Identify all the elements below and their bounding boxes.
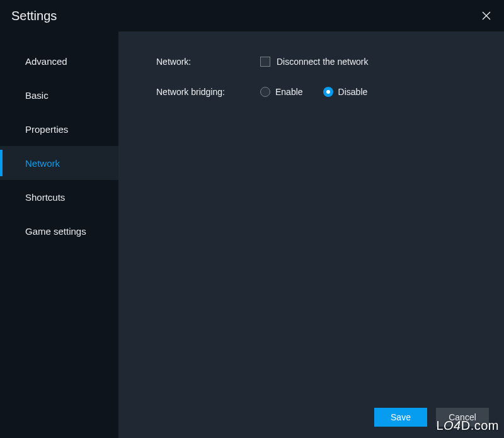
sidebar-item-network[interactable]: Network bbox=[0, 146, 118, 180]
row-network: Network: Disconnect the network bbox=[156, 57, 479, 67]
sidebar-item-label: Basic bbox=[25, 90, 49, 101]
sidebar-item-label: Advanced bbox=[25, 56, 67, 67]
sidebar: Advanced Basic Properties Network Shortc… bbox=[0, 31, 118, 438]
settings-window: Settings Advanced Basic Properties Netwo… bbox=[0, 0, 504, 438]
radio-disable[interactable] bbox=[323, 87, 333, 97]
sidebar-item-game-settings[interactable]: Game settings bbox=[0, 214, 118, 248]
sidebar-item-label: Shortcuts bbox=[25, 192, 65, 203]
sidebar-item-properties[interactable]: Properties bbox=[0, 112, 118, 146]
sidebar-item-basic[interactable]: Basic bbox=[0, 78, 118, 112]
checkbox-disconnect-network[interactable] bbox=[260, 57, 270, 67]
sidebar-item-label: Game settings bbox=[25, 226, 86, 237]
sidebar-item-shortcuts[interactable]: Shortcuts bbox=[0, 180, 118, 214]
sidebar-item-label: Properties bbox=[25, 124, 68, 135]
sidebar-item-label: Network bbox=[25, 158, 60, 169]
label-network: Network: bbox=[156, 57, 260, 67]
titlebar: Settings bbox=[0, 0, 504, 31]
cancel-button[interactable]: Cancel bbox=[436, 408, 489, 427]
radio-label-enable: Enable bbox=[275, 87, 303, 97]
window-title: Settings bbox=[11, 9, 57, 23]
radio-option-disable[interactable]: Disable bbox=[323, 87, 368, 97]
close-icon[interactable] bbox=[480, 9, 493, 22]
label-network-bridging: Network bridging: bbox=[156, 87, 260, 97]
radio-enable[interactable] bbox=[260, 87, 270, 97]
sidebar-item-advanced[interactable]: Advanced bbox=[0, 44, 118, 78]
radio-label-disable: Disable bbox=[338, 87, 368, 97]
save-button[interactable]: Save bbox=[374, 408, 427, 427]
radio-option-enable[interactable]: Enable bbox=[260, 87, 303, 97]
body: Advanced Basic Properties Network Shortc… bbox=[0, 31, 504, 438]
label-disconnect-network: Disconnect the network bbox=[277, 57, 369, 67]
row-network-bridging: Network bridging: Enable Disable bbox=[156, 87, 479, 97]
button-bar: Save Cancel bbox=[374, 408, 489, 427]
content-panel: Network: Disconnect the network Network … bbox=[118, 31, 504, 438]
radio-group-bridging: Enable Disable bbox=[260, 87, 367, 97]
